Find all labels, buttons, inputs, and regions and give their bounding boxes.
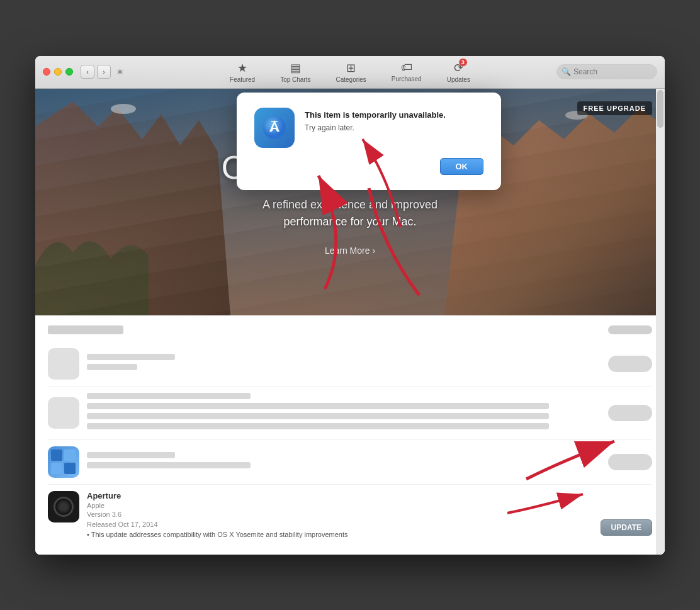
hero-subtitle-line1: A refined experience and improved — [222, 196, 479, 213]
top-charts-icon: ▤ — [290, 61, 301, 75]
purchased-icon: 🏷 — [401, 61, 412, 74]
ok-button[interactable]: OK — [440, 158, 484, 175]
blue-tile — [51, 463, 62, 474]
blue-tile — [64, 463, 76, 474]
item-subtitle-bar — [87, 462, 251, 468]
aperture-icon-inner — [54, 497, 74, 517]
app-store-icon — [254, 108, 295, 148]
see-all-button[interactable] — [608, 325, 652, 334]
item-title-bar — [87, 452, 175, 458]
close-button[interactable] — [43, 68, 50, 76]
categories-icon: ⊞ — [346, 61, 356, 75]
blue-tile — [51, 449, 62, 461]
featured-icon: ★ — [237, 61, 247, 75]
title-bar: ‹ › ✶ ★ Featured ▤ Top Charts ⊞ Categori… — [35, 56, 665, 89]
item-text — [87, 354, 601, 374]
purchased-label: Purchased — [392, 76, 422, 82]
search-icon: 🔍 — [562, 67, 571, 76]
top-charts-label: Top Charts — [280, 76, 310, 83]
item-subtitle-bar1 — [87, 403, 549, 409]
svg-point-1 — [111, 104, 136, 114]
tab-updates[interactable]: ⟳ 3 Updates — [442, 59, 475, 86]
updates-icon-wrap: ⟳ 3 — [454, 61, 463, 75]
item-icon — [48, 348, 79, 380]
list-item — [48, 387, 652, 440]
dialog-message: Try again later. — [305, 123, 483, 132]
blue-tile — [64, 449, 76, 461]
content-area: Aperture Apple Version 3.6 Released Oct … — [35, 315, 665, 555]
item-action-button[interactable] — [608, 356, 652, 372]
item-action-button[interactable] — [608, 454, 652, 470]
section-header — [48, 325, 652, 334]
learn-more-link[interactable]: Learn More › — [222, 246, 479, 256]
item-action-button[interactable] — [608, 405, 652, 421]
item-text — [87, 393, 601, 433]
item-icon — [48, 397, 79, 429]
app-store-logo — [262, 115, 287, 140]
categories-label: Categories — [336, 76, 366, 83]
toolbar-tabs: ★ Featured ▤ Top Charts ⊞ Categories 🏷 P… — [225, 59, 475, 86]
search-input[interactable] — [556, 64, 657, 79]
maximize-button[interactable] — [65, 68, 73, 76]
hero-subtitle-line2: performance for your Mac. — [222, 213, 479, 230]
dialog-footer: OK — [254, 158, 483, 175]
app-window: ‹ › ✶ ★ Featured ▤ Top Charts ⊞ Categori… — [35, 56, 665, 555]
error-dialog[interactable]: This item is temporarily unavailable. Tr… — [237, 93, 501, 190]
item-subtitle-bar3 — [87, 423, 549, 429]
tab-featured[interactable]: ★ Featured — [225, 59, 260, 86]
updates-badge: 3 — [459, 59, 467, 66]
tab-purchased[interactable]: 🏷 Purchased — [387, 59, 427, 85]
item-title-bar — [87, 393, 251, 399]
item-subtitle-bar — [87, 364, 137, 370]
list-item — [48, 342, 652, 387]
item-title-bar — [87, 354, 175, 360]
tab-categories[interactable]: ⊞ Categories — [330, 59, 371, 86]
back-button[interactable]: ‹ — [81, 65, 94, 79]
dialog-header: This item is temporarily unavailable. Tr… — [254, 108, 483, 148]
aperture-description: • This update addresses compatibility wi… — [87, 531, 593, 538]
section-title-bar — [48, 325, 123, 334]
search-bar[interactable]: 🔍 — [556, 64, 657, 79]
settings-icon: ✶ — [116, 66, 124, 78]
featured-label: Featured — [230, 76, 255, 83]
item-subtitle-bar2 — [87, 413, 549, 419]
dialog-title: This item is temporarily unavailable. — [305, 110, 483, 120]
forward-button[interactable]: › — [97, 65, 111, 79]
nav-buttons: ‹ › — [81, 65, 111, 79]
scrollbar-thumb[interactable] — [657, 90, 663, 128]
item-text — [87, 452, 601, 472]
scrollbar[interactable] — [656, 89, 665, 555]
dialog-text-content: This item is temporarily unavailable. Tr… — [305, 108, 483, 132]
item-icon-blue — [48, 446, 79, 478]
free-upgrade-badge[interactable]: FREE UPGRADE — [577, 101, 652, 115]
red-arrow-right — [501, 475, 602, 526]
traffic-lights — [43, 68, 73, 76]
tab-top-charts[interactable]: ▤ Top Charts — [275, 59, 315, 86]
minimize-button[interactable] — [54, 68, 62, 76]
update-button[interactable]: UPDATE — [601, 519, 652, 536]
updates-label: Updates — [447, 76, 470, 83]
aperture-icon — [48, 491, 79, 522]
